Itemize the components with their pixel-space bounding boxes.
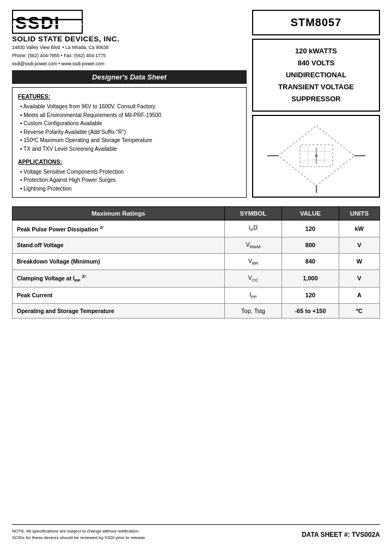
svg-point-14: [315, 154, 317, 157]
row1-value: 120: [282, 221, 339, 237]
row3-value: 840: [282, 253, 339, 270]
applications-section: APPLICATIONS: Voltage Sensitive Componen…: [18, 157, 241, 193]
list-item: Lightning Protection: [20, 185, 241, 193]
row1-param: Peak Pulse Power Dissipation 2/: [13, 221, 225, 237]
table-row: Operating and Storage Temperature Top, T…: [13, 303, 380, 318]
ssdi-logo-icon: SSDI: [12, 10, 83, 34]
spacer: [12, 319, 380, 519]
desc-line4: TRANSIENT VOLTAGE: [258, 81, 375, 93]
footer-datasheet-number: DATA SHEET #: TVS002A: [302, 531, 380, 538]
table-row: Clamping Voltage at IPP 2/ VCC 1,000 V: [13, 270, 380, 287]
company-address: 14830 Valley View Blvd. • La Mirada, Ca …: [12, 44, 247, 51]
table-header-symbol: SYMBOL: [225, 207, 282, 221]
list-item: Meets all Environmental Requirements of …: [20, 111, 241, 120]
description-box: 120 kWATTS 840 VOLTS UNIDIRECTIONAL TRAN…: [252, 39, 380, 112]
part-number-box: STM8057: [252, 10, 380, 35]
desc-line5: SUPPRESSOR: [258, 93, 375, 105]
features-list: Available Voltages from 96V to 1600V. Co…: [18, 102, 241, 153]
company-web: ssdi@ssdi-power.com • www.ssdi-power.com: [12, 60, 247, 68]
list-item: Voltage Sensitive Components Protection: [20, 168, 241, 176]
data-sheet-banner: Designer's Data Sheet: [12, 70, 247, 84]
row6-param: Operating and Storage Temperature: [13, 303, 225, 318]
row2-symbol: VRWM: [225, 237, 282, 253]
table-row: Breakdown Voltage (Minimum) VBR 840 W: [13, 253, 380, 270]
row3-units: W: [339, 253, 380, 270]
row4-units: V: [339, 270, 380, 287]
applications-list: Voltage Sensitive Components Protection …: [18, 168, 241, 193]
list-item: Reverse Polarity Available (Add Suffix "…: [20, 128, 241, 137]
row4-param: Clamping Voltage at IPP 2/: [13, 270, 225, 287]
page: SSDI SOLID STATE DEVICES, INC. 14830 Val…: [0, 0, 392, 551]
table-header-units: UNITS: [339, 207, 380, 221]
row6-value: -65 to +150: [282, 303, 339, 318]
row2-units: V: [339, 237, 380, 253]
row4-symbol: VCC: [225, 270, 282, 287]
table-row: Peak Pulse Power Dissipation 2/ IPD 120 …: [13, 221, 380, 237]
footer: NOTE: All specifications are subject to …: [12, 524, 380, 541]
list-item: Available Voltages from 96V to 1600V. Co…: [20, 102, 241, 111]
device-diagram-icon: [267, 118, 365, 195]
company-name: SOLID STATE DEVICES, INC.: [12, 35, 247, 43]
row3-param: Breakdown Voltage (Minimum): [13, 253, 225, 270]
table-row: Stand off Voltage VRWM 800 V: [13, 237, 380, 253]
footer-note: NOTE: All specifications are subject to …: [12, 528, 296, 541]
desc-line1: 120 kWATTS: [258, 45, 375, 57]
list-item: 150ºC Maximum Operating and Storage Temp…: [20, 136, 241, 145]
logo-area: SSDI SOLID STATE DEVICES, INC. 14830 Val…: [12, 10, 247, 67]
list-item: Custom Configurations Available: [20, 119, 241, 128]
left-column: SSDI SOLID STATE DEVICES, INC. 14830 Val…: [12, 10, 247, 198]
table-header-param: Maximum Ratings: [13, 207, 225, 221]
table-header-value: VALUE: [282, 207, 339, 221]
footer-note-line1: NOTE: All specifications are subject to …: [12, 528, 296, 535]
list-item: Protection Against High Power Surges: [20, 176, 241, 185]
svg-text:SSDI: SSDI: [15, 13, 60, 33]
row3-symbol: VBR: [225, 253, 282, 270]
ratings-table: Maximum Ratings SYMBOL VALUE UNITS Peak …: [12, 206, 380, 318]
row4-value: 1,000: [282, 270, 339, 287]
desc-line3: UNIDIRECTIONAL: [258, 69, 375, 81]
row1-units: kW: [339, 221, 380, 237]
row2-value: 800: [282, 237, 339, 253]
table-section: Maximum Ratings SYMBOL VALUE UNITS Peak …: [12, 206, 380, 318]
footer-note-line2: SCIDs for these devices should be review…: [12, 535, 296, 541]
row5-units: A: [339, 287, 380, 303]
features-box: FEATURES: Available Voltages from 96V to…: [12, 87, 247, 198]
applications-title: APPLICATIONS:: [18, 157, 241, 167]
top-section: SSDI SOLID STATE DEVICES, INC. 14830 Val…: [12, 10, 380, 198]
row5-param: Peak Current: [13, 287, 225, 303]
features-title: FEATURES:: [18, 92, 241, 101]
desc-line2: 840 VOLTS: [258, 57, 375, 69]
list-item: TX and TXV Level Screening Available: [20, 145, 241, 154]
row6-units: ºC: [339, 303, 380, 318]
device-diagram-box: [252, 115, 380, 198]
row5-symbol: IPP: [225, 287, 282, 303]
row1-symbol: IPD: [225, 221, 282, 237]
row5-value: 120: [282, 287, 339, 303]
company-phone: Phone: (562) 404-7855 • Fax: (562) 404-1…: [12, 52, 247, 59]
right-column: STM8057 120 kWATTS 840 VOLTS UNIDIRECTIO…: [252, 10, 380, 198]
row6-symbol: Top, Tstg: [225, 303, 282, 318]
table-row: Peak Current IPP 120 A: [13, 287, 380, 303]
row2-param: Stand off Voltage: [13, 237, 225, 253]
